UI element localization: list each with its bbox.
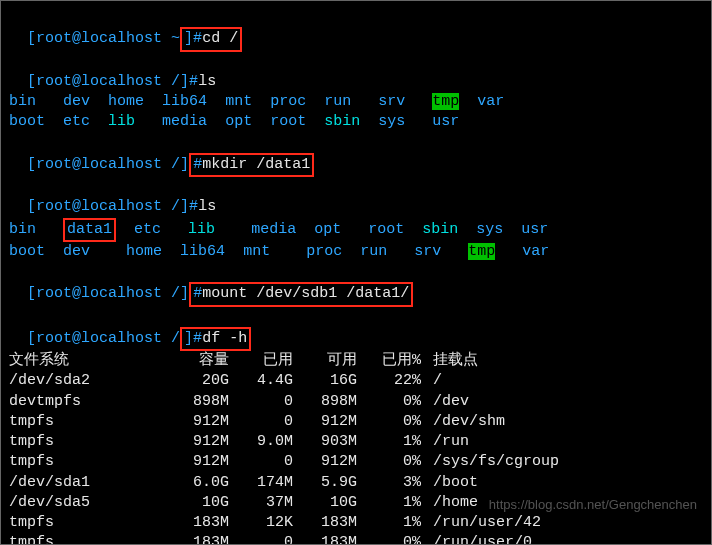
ls2-row1: bin data1 etc lib media opt root sbin sy… xyxy=(9,218,703,242)
prompt-open: [ xyxy=(27,30,36,47)
df-used: 4.4G xyxy=(229,371,293,391)
df-fs: /dev/sda5 xyxy=(9,493,159,513)
df-mnt: / xyxy=(421,371,442,391)
df-mnt: /run/user/42 xyxy=(421,513,541,533)
df-fs: /dev/sda2 xyxy=(9,371,159,391)
df-mnt: /dev/shm xyxy=(421,412,505,432)
sticky-tmp: tmp xyxy=(432,93,459,110)
df-size: 10G xyxy=(159,493,229,513)
df-row: tmpfs912M0912M0%/sys/fs/cgroup xyxy=(9,452,703,472)
df-row: tmpfs912M0912M0%/dev/shm xyxy=(9,412,703,432)
df-size: 20G xyxy=(159,371,229,391)
df-size: 898M xyxy=(159,392,229,412)
df-mnt: /run xyxy=(421,432,469,452)
df-mnt: /home xyxy=(421,493,478,513)
df-pct: 0% xyxy=(357,412,421,432)
sticky-tmp: tmp xyxy=(468,243,495,260)
ls2-row2: boot dev home lib64 mnt proc run srv tmp… xyxy=(9,242,703,262)
df-fs: devtmpfs xyxy=(9,392,159,412)
df-avail: 912M xyxy=(293,452,357,472)
df-mnt: /sys/fs/cgroup xyxy=(421,452,559,472)
df-row: tmpfs183M0183M0%/run/user/0 xyxy=(9,533,703,545)
df-used: 0 xyxy=(229,452,293,472)
df-used: 174M xyxy=(229,473,293,493)
df-h-avail: 可用 xyxy=(293,351,357,371)
df-used: 12K xyxy=(229,513,293,533)
df-pct: 3% xyxy=(357,473,421,493)
cmd-df: df -h xyxy=(202,330,247,347)
df-fs: tmpfs xyxy=(9,452,159,472)
df-rows: /dev/sda220G4.4G16G22%/devtmpfs898M0898M… xyxy=(9,371,703,545)
df-used: 0 xyxy=(229,533,293,545)
cmd-line-mkdir[interactable]: [root@localhost /]#mkdir /data1 xyxy=(9,133,703,178)
df-used: 0 xyxy=(229,392,293,412)
df-avail: 10G xyxy=(293,493,357,513)
df-size: 6.0G xyxy=(159,473,229,493)
df-row: devtmpfs898M0898M0%/dev xyxy=(9,392,703,412)
df-h-pct: 已用% xyxy=(357,351,421,371)
df-avail: 5.9G xyxy=(293,473,357,493)
df-pct: 1% xyxy=(357,432,421,452)
df-mnt: /boot xyxy=(421,473,478,493)
df-size: 912M xyxy=(159,452,229,472)
df-pct: 0% xyxy=(357,533,421,545)
df-row: tmpfs183M12K183M1%/run/user/42 xyxy=(9,513,703,533)
cmd-line-df[interactable]: [root@localhost /]#df -h xyxy=(9,307,703,352)
cmd-line-ls1[interactable]: [root@localhost /]#ls xyxy=(9,52,703,93)
df-size: 912M xyxy=(159,412,229,432)
df-mnt: /run/user/0 xyxy=(421,533,532,545)
df-avail: 16G xyxy=(293,371,357,391)
df-pct: 1% xyxy=(357,493,421,513)
cmd-line-ls2[interactable]: [root@localhost /]#ls xyxy=(9,177,703,218)
cmd-mount: mount /dev/sdb1 /data1/ xyxy=(202,285,409,302)
df-size: 183M xyxy=(159,533,229,545)
cmd-line-cd[interactable]: [root@localhost ~]#cd / xyxy=(9,7,703,52)
ls1-row2: boot etc lib media opt root sbin sys usr xyxy=(9,112,703,132)
df-fs: tmpfs xyxy=(9,412,159,432)
df-pct: 0% xyxy=(357,392,421,412)
df-fs: tmpfs xyxy=(9,533,159,545)
df-size: 912M xyxy=(159,432,229,452)
ls1-row1: bin dev home lib64 mnt proc run srv tmp … xyxy=(9,92,703,112)
df-avail: 898M xyxy=(293,392,357,412)
df-used: 0 xyxy=(229,412,293,432)
cmd-ls2: ls xyxy=(198,198,216,215)
df-mnt: /dev xyxy=(421,392,469,412)
prompt-user: root xyxy=(36,30,72,47)
df-row: tmpfs912M9.0M903M1%/run xyxy=(9,432,703,452)
df-used: 9.0M xyxy=(229,432,293,452)
prompt-host: localhost xyxy=(81,30,162,47)
df-row: /dev/sda16.0G174M5.9G3%/boot xyxy=(9,473,703,493)
df-pct: 0% xyxy=(357,452,421,472)
prompt-cwd: ~ xyxy=(171,30,180,47)
df-fs: /dev/sda1 xyxy=(9,473,159,493)
df-avail: 912M xyxy=(293,412,357,432)
cmd-line-mount[interactable]: [root@localhost /]#mount /dev/sdb1 /data… xyxy=(9,262,703,307)
data1-dir: data1 xyxy=(67,221,112,238)
df-h-used: 已用 xyxy=(229,351,293,371)
df-row: /dev/sda220G4.4G16G22%/ xyxy=(9,371,703,391)
cmd-mkdir: mkdir /data1 xyxy=(202,156,310,173)
df-avail: 183M xyxy=(293,513,357,533)
df-avail: 183M xyxy=(293,533,357,545)
prompt-at: @ xyxy=(72,30,81,47)
cmd-ls1: ls xyxy=(198,73,216,90)
df-h-mnt: 挂载点 xyxy=(421,351,478,371)
watermark-text: https://blog.csdn.net/Gengchenchen xyxy=(489,496,697,514)
prompt-close: ]# xyxy=(184,30,202,47)
df-avail: 903M xyxy=(293,432,357,452)
df-fs: tmpfs xyxy=(9,432,159,452)
df-pct: 1% xyxy=(357,513,421,533)
df-used: 37M xyxy=(229,493,293,513)
df-h-size: 容量 xyxy=(159,351,229,371)
df-fs: tmpfs xyxy=(9,513,159,533)
df-h-fs: 文件系统 xyxy=(9,351,159,371)
df-size: 183M xyxy=(159,513,229,533)
df-header: 文件系统 容量 已用 可用 已用% 挂载点 xyxy=(9,351,703,371)
cmd-cd: cd / xyxy=(202,30,238,47)
df-pct: 22% xyxy=(357,371,421,391)
